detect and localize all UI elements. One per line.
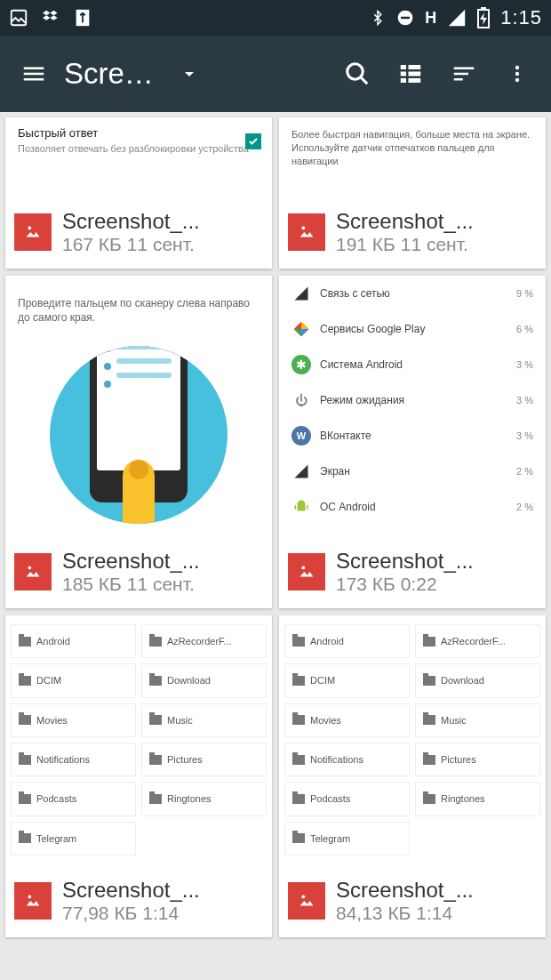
scanner-illustration xyxy=(18,346,260,524)
file-name: Screenshot_... xyxy=(62,549,200,574)
usage-label: ОС Android xyxy=(320,501,507,513)
file-name: Screenshot_... xyxy=(336,878,474,903)
folder-label: Music xyxy=(441,715,467,726)
file-meta: 77,98 КБ 1:14 xyxy=(62,903,200,924)
svg-point-22 xyxy=(302,566,306,570)
usage-row: WВКонтакте3 % xyxy=(279,418,546,454)
thumbnail: Проведите пальцем по сканеру слева напра… xyxy=(5,276,272,535)
sort-button[interactable] xyxy=(437,47,491,100)
folder-label: Music xyxy=(167,715,193,726)
file-name: Screenshot_... xyxy=(336,209,474,234)
usage-pct: 2 % xyxy=(516,502,533,512)
folder-icon xyxy=(292,676,305,686)
thumb-text: Более быстрая навигация, больше места на… xyxy=(291,128,533,168)
folder: Notifications xyxy=(11,743,136,776)
folder-label: Movies xyxy=(36,715,68,726)
search-button[interactable] xyxy=(331,47,384,100)
svg-rect-3 xyxy=(401,17,410,20)
folder: Download xyxy=(415,663,540,697)
svg-rect-11 xyxy=(401,78,406,83)
folder-label: Telegram xyxy=(310,833,350,844)
file-meta: 173 КБ 0:22 xyxy=(336,574,474,595)
file-card[interactable]: Связь с сетью9 %Сервисы Google Play6 %✱С… xyxy=(279,276,546,608)
folder-icon xyxy=(292,637,305,647)
bluetooth-icon xyxy=(370,8,386,28)
folder: Music xyxy=(141,703,267,737)
folder: Telegram xyxy=(11,822,136,855)
file-name: Screenshot_... xyxy=(336,549,474,574)
folder-label: Pictures xyxy=(441,754,476,765)
menu-button[interactable] xyxy=(7,47,60,100)
app-icon xyxy=(291,497,311,517)
folder-icon xyxy=(149,637,162,647)
view-button[interactable] xyxy=(384,47,437,100)
folder: Ringtones xyxy=(141,782,267,815)
dnd-icon xyxy=(396,9,414,27)
check-icon xyxy=(245,133,261,149)
folder-label: Movies xyxy=(310,715,341,726)
folder-icon xyxy=(423,755,435,765)
usb-icon xyxy=(73,8,92,28)
usage-pct: 2 % xyxy=(516,466,533,477)
svg-rect-19 xyxy=(298,504,306,511)
image-icon xyxy=(288,553,325,590)
folder-icon xyxy=(423,715,435,725)
usage-label: Сервисы Google Play xyxy=(320,323,507,335)
usage-pct: 3 % xyxy=(516,430,533,441)
thumbnail: AndroidAzRecorderF...DCIMDownloadMoviesM… xyxy=(5,615,272,864)
file-card[interactable]: Проведите пальцем по сканеру слева напра… xyxy=(5,276,272,608)
folder-icon xyxy=(423,794,435,804)
svg-rect-7 xyxy=(401,65,406,69)
usage-label: Экран xyxy=(320,465,507,478)
folder-icon xyxy=(149,676,162,686)
file-name: Screenshot_... xyxy=(62,878,200,903)
folder-icon xyxy=(292,833,305,843)
folder-label: Android xyxy=(310,636,344,647)
folder-label: Podcasts xyxy=(36,793,76,804)
thumbnail: Более быстрая навигация, больше места на… xyxy=(279,117,546,196)
folder: DCIM xyxy=(284,663,410,697)
file-meta: 185 КБ 11 сент. xyxy=(62,574,200,595)
folder-icon xyxy=(292,794,305,804)
usage-pct: 3 % xyxy=(516,359,533,370)
svg-point-16 xyxy=(28,227,32,230)
folder: Podcasts xyxy=(11,782,136,815)
usage-label: ВКонтакте xyxy=(320,430,507,442)
svg-point-13 xyxy=(515,66,519,69)
clock: 1:15 xyxy=(500,6,542,29)
dropbox-icon xyxy=(41,8,60,28)
app-icon: ⏻ xyxy=(291,390,311,410)
network-type-label: H xyxy=(425,9,436,28)
folder-label: Ringtones xyxy=(167,793,212,804)
thumb-subtitle: Позволяет отвечать без разблокировки уст… xyxy=(18,142,260,155)
dropdown-button[interactable] xyxy=(163,47,216,100)
svg-point-18 xyxy=(28,566,32,570)
svg-point-14 xyxy=(515,72,519,76)
usage-row: Экран2 % xyxy=(279,454,546,489)
folder: Pictures xyxy=(141,743,267,776)
file-card[interactable]: Более быстрая навигация, больше места на… xyxy=(279,117,546,269)
svg-point-15 xyxy=(515,78,519,82)
folder-label: AzRecorderF... xyxy=(167,636,232,647)
app-icon xyxy=(291,319,311,339)
file-grid: Быстрый ответ Позволяет отвечать без раз… xyxy=(0,112,551,943)
folder-label: Android xyxy=(36,636,70,647)
page-title: Scre… xyxy=(64,57,154,91)
file-card[interactable]: AndroidAzRecorderF...DCIMDownloadMoviesM… xyxy=(5,615,272,937)
usage-row: ОС Android2 % xyxy=(279,489,546,525)
thumb-text: Проведите пальцем по сканеру слева напра… xyxy=(18,297,260,325)
usage-row: ⏻Режим ожидания3 % xyxy=(279,382,546,418)
file-card[interactable]: Быстрый ответ Позволяет отвечать без раз… xyxy=(5,117,272,269)
signal-icon xyxy=(447,8,467,28)
svg-rect-9 xyxy=(401,72,406,76)
folder: Movies xyxy=(284,703,410,737)
folder-icon xyxy=(149,755,162,765)
folder-icon xyxy=(19,715,31,725)
folder: DCIM xyxy=(11,663,136,697)
folder-icon xyxy=(423,676,435,686)
app-bar: Scre… xyxy=(0,36,551,112)
file-card[interactable]: AndroidAzRecorderF...DCIMDownloadMoviesM… xyxy=(279,615,546,937)
svg-rect-21 xyxy=(307,505,308,510)
overflow-button[interactable] xyxy=(491,47,544,100)
folder: Android xyxy=(11,624,136,658)
